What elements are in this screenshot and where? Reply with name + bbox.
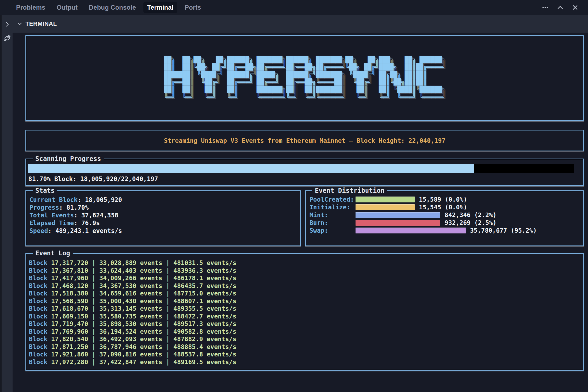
terminal-content: ██╗ ██╗██╗ ██╗██████╗ ███████╗██████╗ ██… [13, 33, 588, 392]
log-row: Block 17,820,540 | 36,492,093 events | 4… [29, 335, 583, 343]
event-log-panel: Event Log Block 17,317,720 | 33,028,889 … [25, 253, 584, 371]
distribution-row: Swap: 35,780,677 (95.2%) [310, 226, 583, 234]
stat-row: Elapsed Time: 76.9s [29, 219, 300, 227]
stat-row: Current Block: 18,005,920 [29, 196, 300, 204]
tab-output[interactable]: Output [53, 2, 81, 13]
progress-bar-track [28, 164, 574, 173]
close-panel-icon[interactable] [570, 2, 581, 13]
panel-tabbar: ProblemsOutputDebug ConsoleTerminalPorts [0, 0, 588, 15]
log-row: Block 17,669,150 | 35,580,735 events | 4… [29, 313, 583, 320]
tab-ports[interactable]: Ports [181, 2, 205, 13]
distribution-row: PoolCreated: 15,589 (0.0%) [310, 195, 583, 203]
log-row: Block 17,719,470 | 35,898,530 events | 4… [29, 320, 583, 328]
streaming-status-text: Streaming Uniswap V3 Events from Ethereu… [164, 137, 445, 144]
distribution-row: Mint: 842,346 (2.2%) [310, 211, 583, 219]
stat-row: Speed: 489,243.1 events/s [29, 227, 300, 235]
event-log-title: Event Log [33, 249, 73, 257]
log-row: Block 17,921,860 | 37,090,816 events | 4… [29, 351, 583, 358]
distribution-row: Burn: 932,269 (2.5%) [310, 219, 583, 226]
stats-title: Stats [33, 187, 57, 194]
log-row: Block 17,468,120 | 34,367,530 events | 4… [29, 282, 583, 290]
terminal-section-title: TERMINAL [25, 20, 57, 27]
stat-row: Progress: 81.70% [29, 204, 300, 212]
log-row: Block 17,317,720 | 33,028,889 events | 4… [29, 259, 583, 267]
log-row: Block 17,618,670 | 35,313,145 events | 4… [29, 305, 583, 313]
terminal-section-header[interactable]: TERMINAL [13, 15, 588, 33]
tab-terminal[interactable]: Terminal [143, 2, 177, 13]
tab-problems[interactable]: Problems [12, 2, 49, 13]
scanning-progress-panel: Scanning Progress 81.70% Block: 18,005,9… [25, 159, 584, 186]
distribution-bar [356, 220, 440, 226]
more-actions-icon[interactable] [540, 2, 551, 13]
hypersync-ascii-art: ██╗ ██╗██╗ ██╗██████╗ ███████╗██████╗ ██… [164, 56, 445, 101]
event-distribution-title: Event Distribution [312, 187, 387, 194]
stats-panel: Stats Current Block: 18,005,920Progress:… [25, 190, 301, 246]
progress-bar-fill [28, 164, 474, 173]
stat-row: Total Events: 37,624,358 [29, 212, 300, 219]
panel-tabs: ProblemsOutputDebug ConsoleTerminalPorts [12, 2, 205, 13]
distribution-row: Initialize: 15,545 (0.0%) [310, 203, 583, 211]
streaming-status-box: Streaming Uniswap V3 Events from Ethereu… [25, 130, 584, 151]
log-row: Block 17,769,960 | 36,194,524 events | 4… [29, 328, 583, 336]
log-row: Block 17,367,810 | 33,624,403 events | 4… [29, 267, 583, 275]
chevron-right-icon[interactable] [4, 21, 10, 27]
log-row: Block 17,972,280 | 37,422,847 events | 4… [29, 358, 583, 366]
distribution-bar [356, 212, 440, 218]
maximize-panel-icon[interactable] [555, 2, 566, 13]
distribution-bar [356, 197, 415, 202]
scanning-progress-title: Scanning Progress [33, 155, 104, 163]
sync-icon[interactable] [3, 34, 11, 42]
log-row: Block 17,518,380 | 34,659,616 events | 4… [29, 290, 583, 297]
hypersync-banner-box: ██╗ ██╗██╗ ██╗██████╗ ███████╗██████╗ ██… [25, 35, 584, 121]
log-row: Block 17,871,250 | 36,787,946 events | 4… [29, 343, 583, 351]
distribution-bar [356, 204, 415, 210]
log-row: Block 17,568,590 | 35,000,430 events | 4… [29, 297, 583, 305]
event-distribution-panel: Event Distribution PoolCreated: 15,589 (… [305, 190, 584, 246]
tab-debug-console[interactable]: Debug Console [85, 2, 140, 13]
panel-left-strip [0, 15, 13, 392]
log-row: Block 17,417,960 | 34,009,266 events | 4… [29, 274, 583, 282]
progress-label: 81.70% Block: 18,005,920/22,040,197 [28, 175, 158, 182]
panel-actions [540, 2, 588, 13]
distribution-bar [356, 228, 466, 233]
chevron-down-icon [17, 21, 23, 27]
